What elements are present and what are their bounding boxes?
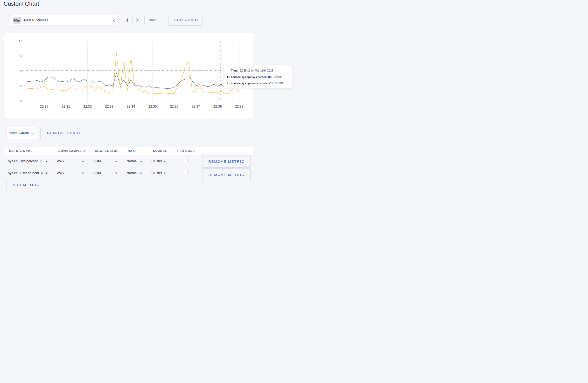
svg-text:22:36: 22:36 bbox=[170, 104, 179, 108]
svg-text:22:38: 22:38 bbox=[213, 104, 222, 108]
svg-text:1.0: 1.0 bbox=[19, 39, 23, 43]
svg-text:22:32: 22:32 bbox=[83, 104, 92, 108]
svg-text:22:39: 22:39 bbox=[235, 104, 243, 108]
svg-text:22:31: 22:31 bbox=[62, 104, 70, 108]
svg-text:0.0: 0.0 bbox=[19, 99, 23, 103]
svg-text:0.5: 0.5 bbox=[19, 69, 23, 73]
svg-text:22:37: 22:37 bbox=[192, 104, 200, 108]
svg-text:22:33: 22:33 bbox=[105, 104, 114, 108]
svg-text:22:30: 22:30 bbox=[40, 104, 48, 108]
svg-text:0.3: 0.3 bbox=[19, 84, 23, 88]
svg-text:0.8: 0.8 bbox=[19, 54, 23, 58]
svg-text:22:34: 22:34 bbox=[127, 104, 135, 108]
svg-text:22:35: 22:35 bbox=[148, 104, 157, 108]
